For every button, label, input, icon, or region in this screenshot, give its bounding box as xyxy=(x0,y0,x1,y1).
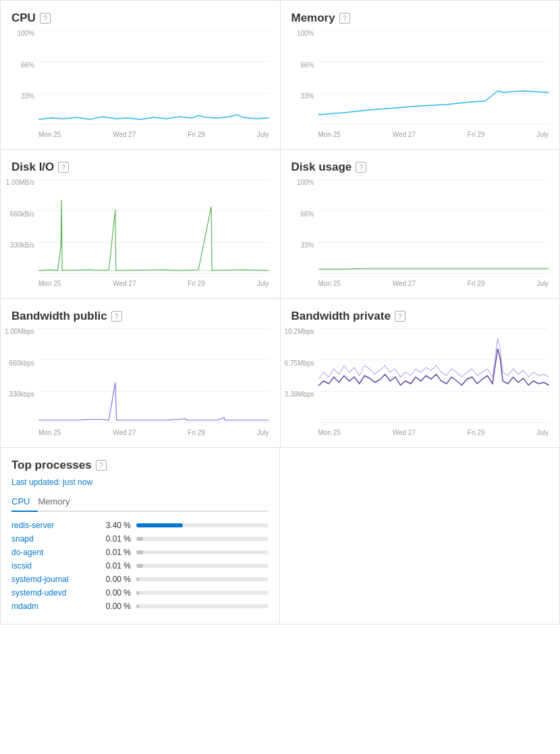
bwpublic-svg xyxy=(38,328,269,423)
process-tabs: CPU Memory xyxy=(11,494,269,512)
bwpublic-x-axis: Mon 25 Wed 27 Fri 29 July xyxy=(38,429,269,436)
diskio-title: Disk I/O ? xyxy=(11,161,269,174)
cpu-chart-inner xyxy=(38,30,269,125)
cpu-x-axis: Mon 25 Wed 27 Fri 29 July xyxy=(38,131,269,138)
tab-cpu[interactable]: CPU xyxy=(11,494,38,512)
cpu-chart: 100% 66% 33% Mon 25 Wed 27 xyxy=(11,30,269,138)
bwpublic-chart: 1.00Mbps 660kbps 330kbps Mon 25 xyxy=(11,328,269,436)
diskusage-title: Disk usage ? xyxy=(291,161,549,174)
diskio-svg xyxy=(38,179,269,274)
bwprivate-title: Bandwidth private ? xyxy=(291,310,549,323)
process-row: iscsid 0.01 % xyxy=(11,559,269,573)
bwprivate-chart-inner xyxy=(318,328,549,423)
memory-title: Memory ? xyxy=(291,11,549,25)
memory-help-icon[interactable]: ? xyxy=(339,13,350,24)
diskio-panel: Disk I/O ? 1.00MB/s 660kB/s 330kB/s xyxy=(1,150,281,299)
process-list: redis-server 3.40 % snapd 0.01 % do-agen… xyxy=(11,519,269,613)
diskusage-x-axis: Mon 25 Wed 27 Fri 29 July xyxy=(318,280,549,287)
bwprivate-y-axis: 10.2Mbps 6.75Mbps 3.38Mbps xyxy=(291,328,318,423)
processes-right xyxy=(280,448,559,624)
bwpublic-title: Bandwidth public ? xyxy=(11,310,269,323)
diskusage-help-icon[interactable]: ? xyxy=(356,162,366,173)
memory-x-axis: Mon 25 Wed 27 Fri 29 July xyxy=(318,131,549,138)
bwpublic-panel: Bandwidth public ? 1.00Mbps 660kbps 330k… xyxy=(1,299,281,448)
diskio-x-axis: Mon 25 Wed 27 Fri 29 July xyxy=(38,280,269,287)
processes-help-icon[interactable]: ? xyxy=(96,460,107,471)
processes-title: Top processes ? xyxy=(11,459,269,472)
memory-chart-inner xyxy=(318,30,549,125)
memory-chart: 100% 66% 33% Mon 25 Wed 27 xyxy=(291,30,549,138)
cpu-title: CPU ? xyxy=(11,11,269,25)
process-row: systemd-udevd 0.00 % xyxy=(11,586,269,600)
cpu-y-axis: 100% 66% 33% xyxy=(11,30,38,125)
memory-panel: Memory ? 100% 66% 33% xyxy=(281,1,561,150)
cpu-panel: CPU ? 100% 66% 33% xyxy=(1,1,281,150)
diskusage-panel: Disk usage ? 100% 66% 33% xyxy=(281,150,561,299)
diskusage-chart: 100% 66% 33% Mon 25 xyxy=(291,179,549,287)
diskio-chart-inner xyxy=(38,179,269,274)
diskusage-svg xyxy=(318,179,549,274)
memory-svg xyxy=(318,30,549,125)
cpu-help-icon[interactable]: ? xyxy=(40,13,51,24)
bwprivate-chart: 10.2Mbps 6.75Mbps 3.38Mbps xyxy=(291,328,549,436)
process-row: mdadm 0.00 % xyxy=(11,600,269,613)
bwprivate-svg xyxy=(318,328,549,423)
bwprivate-x-axis: Mon 25 Wed 27 Fri 29 July xyxy=(318,429,549,436)
diskusage-y-axis: 100% 66% 33% xyxy=(291,179,318,274)
process-row: do-agent 0.01 % xyxy=(11,546,269,559)
memory-y-axis: 100% 66% 33% xyxy=(291,30,318,125)
last-updated: Last updated: just now xyxy=(11,477,269,487)
diskio-help-icon[interactable]: ? xyxy=(58,162,69,173)
diskusage-chart-inner xyxy=(318,179,549,274)
bwpublic-help-icon[interactable]: ? xyxy=(111,311,122,322)
tab-memory[interactable]: Memory xyxy=(38,494,78,512)
diskio-y-axis: 1.00MB/s 660kB/s 330kB/s xyxy=(11,179,38,274)
cpu-svg xyxy=(38,30,269,125)
bwpublic-y-axis: 1.00Mbps 660kbps 330kbps xyxy=(11,328,38,423)
process-row: systemd-journal 0.00 % xyxy=(11,573,269,586)
bwprivate-panel: Bandwidth private ? 10.2Mbps 6.75Mbps 3.… xyxy=(281,299,561,448)
bottom-section: Top processes ? Last updated: just now C… xyxy=(0,448,560,625)
diskio-chart: 1.00MB/s 660kB/s 330kB/s xyxy=(11,179,269,287)
bwpublic-chart-inner xyxy=(38,328,269,423)
bwprivate-help-icon[interactable]: ? xyxy=(395,311,405,322)
process-row: snapd 0.01 % xyxy=(11,532,269,546)
processes-panel: Top processes ? Last updated: just now C… xyxy=(1,448,280,624)
process-row: redis-server 3.40 % xyxy=(11,519,269,532)
